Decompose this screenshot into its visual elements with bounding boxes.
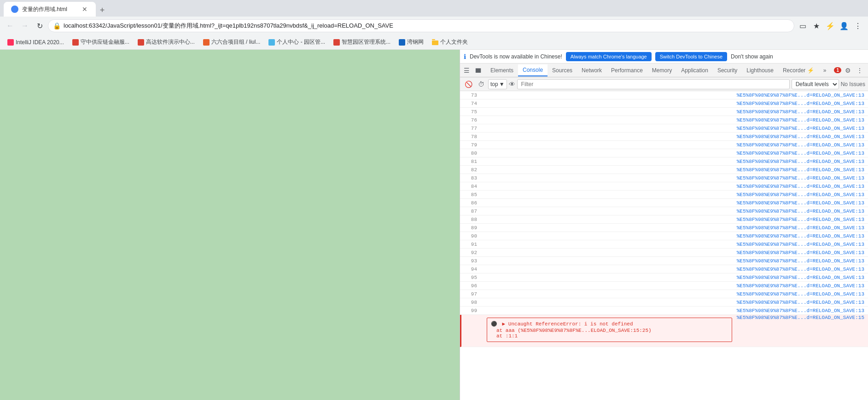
console-source-link[interactable]: %E5%8F%98%E9%87%8F%E...d=RELOAD_ON_SAVE:…: [737, 225, 868, 231]
cast-button[interactable]: ▭: [796, 19, 809, 32]
error-circle-icon: ⚫: [491, 321, 497, 327]
new-tab-button[interactable]: +: [96, 4, 109, 17]
tab-more[interactable]: »: [819, 64, 831, 76]
devtools-panel: ℹ DevTools is now available in Chinese! …: [460, 50, 868, 400]
console-source-link[interactable]: %E5%8F%98%E9%87%8F%E...d=RELOAD_ON_SAVE:…: [737, 250, 868, 255]
line-number: 97: [460, 291, 481, 297]
error-source-link[interactable]: %E5%8F%98%E9%87%8F%E...d=RELOAD_ON_SAVE:…: [737, 315, 868, 320]
menu-button[interactable]: ⋮: [851, 19, 864, 32]
svg-rect-7: [432, 41, 438, 45]
bookmark-intellij[interactable]: IntelliJ IDEA 2020...: [4, 37, 68, 48]
console-source-link[interactable]: %E5%8F%98%E9%87%8F%E...d=RELOAD_ON_SAVE:…: [737, 192, 868, 197]
error-arrow-icon: ▶: [502, 321, 506, 327]
console-source-link[interactable]: %E5%8F%98%E9%87%8F%E...d=RELOAD_ON_SAVE:…: [737, 184, 868, 189]
match-language-button[interactable]: Always match Chrome's language: [566, 52, 652, 61]
console-row: 91 %E5%8F%98%E9%87%8F%E...d=RELOAD_ON_SA…: [460, 240, 868, 249]
console-source-link[interactable]: %E5%8F%98%E9%87%8F%E...d=RELOAD_ON_SAVE:…: [737, 217, 868, 222]
console-content[interactable]: 73 %E5%8F%98%E9%87%8F%E...d=RELOAD_ON_SA…: [460, 91, 868, 400]
svg-rect-2: [138, 39, 144, 46]
bookmark-folder[interactable]: 个人文件夹: [428, 37, 472, 48]
console-source-link[interactable]: %E5%8F%98%E9%87%8F%E...d=RELOAD_ON_SAVE:…: [737, 200, 868, 206]
console-source-link[interactable]: %E5%8F%98%E9%87%8F%E...d=RELOAD_ON_SAVE:…: [737, 117, 868, 123]
error-line-number: [461, 315, 482, 316]
bookmark-label: 个人文件夹: [440, 38, 468, 46]
bookmark-button[interactable]: ★: [810, 19, 823, 32]
bookmark-favicon-geren: [268, 39, 275, 46]
settings-icon[interactable]: ⚙: [842, 65, 853, 76]
console-source-link[interactable]: %E5%8F%98%E9%87%8F%E...d=RELOAD_ON_SAVE:…: [737, 175, 868, 181]
tab-memory[interactable]: Memory: [647, 64, 676, 76]
console-source-link[interactable]: %E5%8F%98%E9%87%8F%E...d=RELOAD_ON_SAVE:…: [737, 267, 868, 272]
line-number: 93: [460, 258, 481, 264]
inspect-icon[interactable]: ⯀: [473, 65, 484, 76]
console-row: 78 %E5%8F%98%E9%87%8F%E...d=RELOAD_ON_SA…: [460, 133, 868, 141]
console-source-link[interactable]: %E5%8F%98%E9%87%8F%E...d=RELOAD_ON_SAVE:…: [737, 209, 868, 214]
console-source-link[interactable]: %E5%8F%98%E9%87%8F%E...d=RELOAD_ON_SAVE:…: [737, 300, 868, 305]
console-source-link[interactable]: %E5%8F%98%E9%87%8F%E...d=RELOAD_ON_SAVE:…: [737, 159, 868, 164]
back-button[interactable]: ←: [4, 19, 17, 32]
console-source-link[interactable]: %E5%8F%98%E9%87%8F%E...d=RELOAD_ON_SAVE:…: [737, 291, 868, 297]
console-source-link[interactable]: %E5%8F%98%E9%87%8F%E...d=RELOAD_ON_SAVE:…: [737, 283, 868, 289]
bookmark-label: 智慧园区管理系统...: [342, 38, 390, 46]
tab-close-button[interactable]: ✕: [81, 6, 88, 13]
console-source-link[interactable]: %E5%8F%98%E9%87%8F%E...d=RELOAD_ON_SAVE:…: [737, 126, 868, 131]
address-bar[interactable]: 🔒 localhost:63342/JavaScript/lesson01/变量…: [48, 19, 794, 32]
bookmark-favicon-zhongong: [72, 39, 79, 46]
tab-console[interactable]: Console: [518, 64, 548, 76]
line-number: 91: [460, 242, 481, 247]
log-level-select[interactable]: Default levels: [792, 79, 839, 89]
svg-rect-0: [7, 39, 14, 46]
console-source-link[interactable]: %E5%8F%98%E9%87%8F%E...d=RELOAD_ON_SAVE:…: [737, 167, 868, 173]
no-issues-label: No Issues: [841, 81, 865, 87]
console-row: 95 %E5%8F%98%E9%87%8F%E...d=RELOAD_ON_SA…: [460, 273, 868, 282]
dont-show-again-button[interactable]: Don't show again: [731, 53, 773, 60]
console-source-link[interactable]: %E5%8F%98%E9%87%8F%E...d=RELOAD_ON_SAVE:…: [737, 134, 868, 139]
line-number: 88: [460, 217, 481, 222]
more-options-icon[interactable]: ⋮: [854, 65, 865, 76]
switch-chinese-button[interactable]: Switch DevTools to Chinese: [655, 52, 727, 61]
bookmark-geren[interactable]: 个人中心 - 园区管...: [265, 37, 329, 48]
console-source-link[interactable]: %E5%8F%98%E9%87%8F%E...d=RELOAD_ON_SAVE:…: [737, 142, 868, 148]
tab-network[interactable]: Network: [577, 64, 606, 76]
line-number: 94: [460, 267, 481, 272]
filter-toggle-button[interactable]: ⏱: [476, 79, 486, 89]
bookmark-liuliuhe[interactable]: 六六合项目组 / liul...: [199, 37, 264, 48]
console-source-link[interactable]: %E5%8F%98%E9%87%8F%E...d=RELOAD_ON_SAVE:…: [737, 242, 868, 247]
tab-lighthouse[interactable]: Lighthouse: [742, 64, 778, 76]
bookmark-gaoda[interactable]: 高达软件演示中心...: [134, 37, 198, 48]
console-source-link[interactable]: %E5%8F%98%E9%87%8F%E...d=RELOAD_ON_SAVE:…: [737, 151, 868, 156]
dock-icon[interactable]: ☰: [461, 65, 472, 76]
extensions-button[interactable]: ⚡: [824, 19, 837, 32]
reload-button[interactable]: ↻: [33, 19, 46, 32]
forward-button[interactable]: →: [18, 19, 31, 32]
console-row: 82 %E5%8F%98%E9%87%8F%E...d=RELOAD_ON_SA…: [460, 166, 868, 174]
profile-button[interactable]: 👤: [838, 19, 851, 32]
tab-performance[interactable]: Performance: [606, 64, 647, 76]
svg-rect-4: [268, 39, 275, 46]
console-source-link[interactable]: %E5%8F%98%E9%87%8F%E...d=RELOAD_ON_SAVE:…: [737, 109, 868, 115]
browser-tab[interactable]: 变量的作用域.html ✕: [4, 2, 96, 17]
clear-console-button[interactable]: 🚫: [463, 79, 474, 89]
console-source-link[interactable]: %E5%8F%98%E9%87%8F%E...d=RELOAD_ON_SAVE:…: [737, 93, 868, 98]
tab-recorder[interactable]: Recorder ⚡: [778, 64, 819, 76]
filter-input[interactable]: [517, 79, 790, 89]
bookmark-wangangwang[interactable]: 湾钢网: [395, 37, 427, 48]
line-number: 98: [460, 300, 481, 305]
line-number: 73: [460, 93, 481, 98]
tab-sources[interactable]: Sources: [548, 64, 577, 76]
devtools-tab-icons-left: ☰ ⯀: [461, 65, 486, 76]
notification-text: DevTools is now available in Chinese!: [470, 53, 562, 60]
console-source-link[interactable]: %E5%8F%98%E9%87%8F%E...d=RELOAD_ON_SAVE:…: [737, 101, 868, 106]
console-source-link[interactable]: %E5%8F%98%E9%87%8F%E...d=RELOAD_ON_SAVE:…: [737, 275, 868, 280]
bookmark-zhongong[interactable]: 守中供应链金融服...: [69, 37, 133, 48]
bookmark-zhihui[interactable]: 智慧园区管理系统...: [330, 37, 394, 48]
tab-elements[interactable]: Elements: [486, 64, 518, 76]
console-source-link[interactable]: %E5%8F%98%E9%87%8F%E...d=RELOAD_ON_SAVE:…: [737, 258, 868, 264]
console-source-link[interactable]: %E5%8F%98%E9%87%8F%E...d=RELOAD_ON_SAVE:…: [737, 308, 868, 313]
console-source-link[interactable]: %E5%8F%98%E9%87%8F%E...d=RELOAD_ON_SAVE:…: [737, 233, 868, 239]
console-row: 98 %E5%8F%98%E9%87%8F%E...d=RELOAD_ON_SA…: [460, 298, 868, 307]
context-selector[interactable]: top ▼: [488, 79, 507, 89]
tab-title: 变量的作用域.html: [22, 6, 77, 13]
tab-application[interactable]: Application: [676, 64, 713, 76]
tab-security[interactable]: Security: [713, 64, 742, 76]
